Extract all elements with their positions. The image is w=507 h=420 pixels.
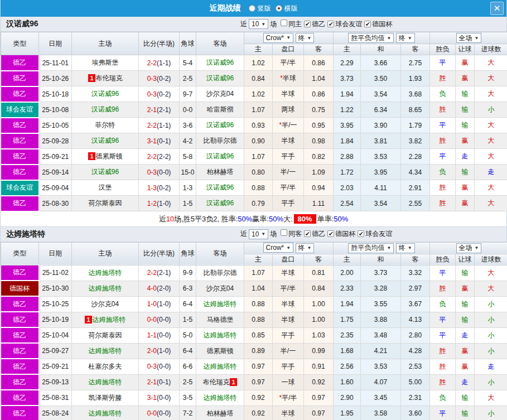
section-header-hannover: 汉诺威96 近 10▼ 场 同主德乙球会友谊德国杯 [1,17,506,32]
result-handicap: 输 [456,102,475,118]
odds-away-win: 4.34 [401,165,430,180]
summary-part: 80% [294,214,316,224]
match-date: 25-10-08 [39,102,72,118]
ah-home-odds: 0.85 [244,327,273,343]
match-count-select[interactable]: 10▼ [249,229,268,239]
ah-final-select[interactable]: 终▼ [296,33,315,43]
league-checkbox-label: 德乙 [312,20,325,28]
match-row: 德乙25-10-25沙尔克041-0(1-0)6-4达姆施塔特0.88半球1.0… [1,296,507,312]
odds-draw: 3.95 [361,165,401,180]
match-count-select[interactable]: 10▼ [249,19,268,29]
corners: 0-0 [180,102,196,118]
result-wdl: 平 [430,265,456,281]
match-row: 德乙25-11-01埃弗斯堡2-2(1-1)5-4汉诺威961.02平/半0.8… [1,55,507,71]
matches-label: 场 [270,229,277,239]
chevron-down-icon: ▼ [387,245,391,250]
layout-radio-group: 竖版 横版 [244,4,298,13]
chevron-down-icon: ▼ [475,245,479,250]
sub-eu-away: 客 [401,44,430,55]
horizontal-layout-radio[interactable] [276,5,282,12]
ah-away-odds: 0.84 [304,281,334,296]
match-date: 25-10-18 [39,86,72,102]
wdl-final-select[interactable]: 终▼ [396,33,415,43]
vertical-layout-radio[interactable] [249,5,255,12]
ah-away-odds: 1.00 [304,296,334,312]
window-title: 近期战绩 [210,3,241,13]
result-goals: 大 [475,133,507,149]
ah-away-odds: 0.86 [304,55,334,71]
match-row: 球会友谊25-09-04汉堡1-3(0-2)1-3汉诺威960.88平/半0.9… [1,180,507,196]
home-team: 菲尔特 [72,118,139,133]
col-score: 比分(半场) [139,242,180,265]
ah-away-odds: 0.99 [304,343,334,359]
match-type-cell: 德乙 [1,359,39,374]
sub-ah-away: 客 [304,254,334,265]
away-team: 汉诺威96 [196,149,244,165]
match-type-cell: 德乙 [1,71,39,86]
odds-draw: 4.21 [361,343,401,359]
col-home: 主场 [72,32,139,55]
league-checkbox[interactable] [304,230,311,237]
odds-company-select[interactable]: Crow*▼ [263,243,294,253]
match-date: 25-09-13 [39,374,72,390]
odds-away-win: 2.75 [401,55,430,71]
match-type-cell: 德乙 [1,196,39,211]
away-team: 比勒菲尔德 [196,265,244,281]
league-checkbox[interactable] [304,21,311,27]
chevron-down-icon: ▼ [408,36,412,41]
result-wdl: 胜 [430,343,456,359]
league-checkbox[interactable] [358,230,364,237]
odds-draw: 3.58 [361,405,401,420]
corners: 6-4 [180,343,196,359]
fulltime-select[interactable]: 全场▼ [456,243,482,253]
match-date: 25-09-21 [39,149,72,165]
league-checkbox[interactable] [281,20,287,26]
odds-away-win: 3.82 [401,133,430,149]
ah-home-odds: 1.02 [244,55,273,71]
red-card-badge: 1 [88,152,95,160]
league-checkbox[interactable] [281,229,287,236]
match-row: 德乙25-11-02达姆施塔特2-2(2-1)9-9比勒菲尔德1.07半球0.8… [1,265,507,281]
match-date: 25-09-14 [39,165,72,180]
odds-company-select[interactable]: Crow*▼ [263,33,294,43]
summary-part: 50% [269,215,283,223]
ah-home-odds: 0.80 [244,165,273,180]
match-score: 0-0(0-0) [139,405,180,420]
league-checkbox[interactable] [364,21,371,27]
odds-draw: 3.73 [361,265,401,281]
league-checkbox-label: 同主 [288,20,302,28]
odds-draw: 3.45 [361,390,401,405]
result-wdl: 胜 [430,196,456,211]
wdl-average-select[interactable]: 胜平负均值▼ [348,243,394,253]
match-score: 4-0(2-0) [139,281,180,296]
wdl-final-select[interactable]: 终▼ [396,243,415,253]
away-team: 德累斯顿 [196,343,244,359]
close-icon[interactable]: ✕ [490,2,504,15]
ah-final-select[interactable]: 终▼ [296,243,315,253]
result-handicap: 走 [456,374,475,390]
odds-away-win: 3.60 [401,405,430,420]
ah-away-odds: 0.91 [304,359,334,374]
result-handicap: 赢 [456,281,475,296]
ah-home-odds: 0.97 [244,359,273,374]
odds-draw: 3.53 [361,149,401,165]
league-checkbox[interactable] [327,21,334,27]
home-team: 沙尔克04 [72,296,139,312]
home-team: 1布伦瑞克 [72,71,139,86]
league-checkbox[interactable] [327,230,334,237]
result-goals: 大 [475,265,507,281]
recent-results-window: 近期战绩 竖版 横版 ✕ 汉诺威96 近 10▼ 场 同主德乙球会友谊德国杯 类… [0,0,507,420]
sub-eu-draw: 和 [361,44,401,55]
filter-controls: 近 10▼ 场 同客德乙德国杯球会友谊 [240,229,392,239]
away-team: 汉诺威96 [196,118,244,133]
wdl-average-select[interactable]: 胜平负均值▼ [348,33,394,43]
away-team: 布伦瑞克1 [196,374,244,390]
result-handicap: 赢 [456,359,475,374]
result-handicap: 赢 [456,196,475,211]
ah-away-odds: 1.11 [304,196,334,211]
home-team: 达姆施塔特 [72,343,139,359]
match-row: 德乙25-08-30荷尔斯泰因1-2(1-0)1-5汉诺威960.79平手1.1… [1,196,507,211]
odds-home-win: 2.35 [334,327,361,343]
fulltime-select[interactable]: 全场▼ [456,33,482,43]
league-checkbox-label: 球会友谊 [365,230,392,238]
